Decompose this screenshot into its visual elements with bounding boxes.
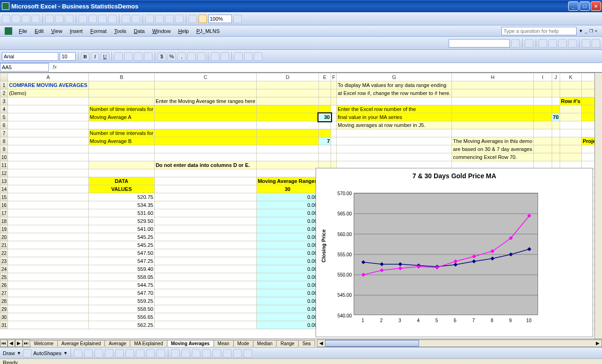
- menu-view[interactable]: View: [48, 27, 65, 35]
- merge-center-icon[interactable]: [144, 52, 152, 61]
- clipart-icon[interactable]: [146, 349, 155, 357]
- vertical-scrollbar[interactable]: [594, 73, 602, 339]
- doc-minimize-icon[interactable]: _: [585, 29, 587, 33]
- bold-icon[interactable]: B: [81, 52, 89, 61]
- align-center-icon[interactable]: [124, 52, 133, 61]
- border-inside-icon[interactable]: [548, 39, 557, 47]
- open-icon[interactable]: [12, 15, 20, 23]
- font-color-icon[interactable]: [254, 52, 262, 61]
- borders-icon[interactable]: [234, 52, 243, 61]
- picture-icon[interactable]: [157, 349, 165, 357]
- sheet-tab-sea[interactable]: Sea: [298, 340, 315, 347]
- decrease-indent-icon[interactable]: [211, 52, 219, 61]
- decrease-decimal-icon[interactable]: [197, 52, 206, 61]
- close-button[interactable]: ×: [591, 1, 601, 11]
- chart[interactable]: 7 & 30 Days Gold Price MA Closing Price …: [316, 168, 593, 337]
- font-color-draw-icon[interactable]: [192, 349, 200, 357]
- menu-file[interactable]: File: [16, 27, 30, 35]
- menu-pjmlns[interactable]: PJ_MLNS: [193, 27, 222, 35]
- underline-icon[interactable]: U: [101, 52, 109, 61]
- worksheet-grid[interactable]: ABCDEFGHIJKLMNOPQRS1COMPARE MOVING AVERA…: [0, 72, 602, 339]
- sheet-tab-welcome[interactable]: Welcome: [30, 340, 58, 347]
- copy-icon[interactable]: [88, 15, 97, 23]
- maximize-button[interactable]: □: [579, 1, 590, 11]
- fill-color-icon[interactable]: [244, 52, 253, 61]
- menu-edit[interactable]: Edit: [32, 27, 47, 35]
- spelling-icon[interactable]: [55, 15, 63, 23]
- help-search-input[interactable]: [501, 27, 577, 35]
- horizontal-scrollbar[interactable]: ◀ ▶: [317, 340, 602, 347]
- mail-icon[interactable]: [525, 39, 533, 47]
- border-outside-icon[interactable]: [539, 39, 547, 47]
- sheet-tab-median[interactable]: Median: [253, 340, 277, 347]
- dash-style-icon[interactable]: [213, 349, 221, 357]
- save-icon[interactable]: [22, 15, 30, 23]
- zoom-input[interactable]: [208, 15, 232, 23]
- draw-menu[interactable]: Draw: [3, 350, 15, 356]
- paste-icon[interactable]: [98, 15, 107, 23]
- menu-data[interactable]: Data: [131, 27, 147, 35]
- drawing-toggle-icon[interactable]: [198, 15, 207, 23]
- arrow-icon[interactable]: [84, 349, 93, 357]
- sheet-tab-average[interactable]: Average: [104, 340, 130, 347]
- line-color-icon[interactable]: [182, 349, 190, 357]
- tab-next-icon[interactable]: ▶: [15, 340, 23, 347]
- print-icon[interactable]: [32, 15, 40, 23]
- sheet-tab-range[interactable]: Range: [276, 340, 298, 347]
- sheet-tab-ma-explained[interactable]: MA Explained: [130, 340, 167, 347]
- increase-indent-icon[interactable]: [221, 52, 229, 61]
- font-name-input[interactable]: [2, 52, 58, 61]
- go-icon[interactable]: [511, 39, 520, 47]
- sort-asc-icon[interactable]: [165, 15, 174, 23]
- menu-tools[interactable]: Tools: [111, 27, 129, 35]
- menu-insert[interactable]: Insert: [67, 27, 86, 35]
- border-all-icon[interactable]: [558, 39, 567, 47]
- print-preview-icon[interactable]: [45, 15, 54, 23]
- sort-desc-icon[interactable]: [175, 15, 183, 23]
- help-icon[interactable]: [233, 15, 242, 23]
- arrow-style-icon[interactable]: [223, 349, 231, 357]
- name-box[interactable]: [0, 63, 49, 71]
- 3d-icon[interactable]: [244, 349, 252, 357]
- wordart-icon[interactable]: [126, 349, 134, 357]
- autosum-icon[interactable]: [155, 15, 164, 23]
- autoshapes-menu[interactable]: AutoShapes: [33, 350, 62, 356]
- comma-icon[interactable]: ,: [177, 52, 186, 61]
- quicklinks-input[interactable]: [449, 39, 510, 47]
- line-icon[interactable]: [74, 349, 82, 357]
- fill-icon[interactable]: [582, 39, 590, 47]
- doc-restore-icon[interactable]: ❐: [589, 28, 593, 33]
- tab-last-icon[interactable]: ⏭: [23, 340, 30, 347]
- minimize-button[interactable]: _: [568, 1, 578, 11]
- shadow-icon[interactable]: [233, 349, 242, 357]
- sheet-tab-moving-averages[interactable]: Moving Averages: [167, 340, 214, 347]
- menu-window[interactable]: Window: [150, 27, 174, 35]
- doc-close-icon[interactable]: ×: [595, 29, 597, 33]
- diagram-icon[interactable]: [136, 349, 144, 357]
- tab-prev-icon[interactable]: ◀: [8, 340, 15, 347]
- select-objects-icon[interactable]: [23, 349, 32, 357]
- menu-help[interactable]: Help: [175, 27, 192, 35]
- sheet-tab-mean[interactable]: Mean: [214, 340, 234, 347]
- sheet-tab-mode[interactable]: Mode: [233, 340, 253, 347]
- font-size-input[interactable]: [60, 52, 76, 61]
- align-right-icon[interactable]: [134, 52, 143, 61]
- rectangle-icon[interactable]: [95, 349, 103, 357]
- research-icon[interactable]: [65, 15, 73, 23]
- textbox-icon[interactable]: [115, 349, 124, 357]
- redo-icon[interactable]: [132, 15, 140, 23]
- hyperlink-icon[interactable]: [145, 15, 154, 23]
- chart-wizard-icon[interactable]: [189, 15, 197, 23]
- italic-icon[interactable]: I: [91, 52, 99, 61]
- fill-color-draw-icon[interactable]: [171, 349, 180, 357]
- tab-first-icon[interactable]: ⏮: [0, 340, 8, 347]
- border-none-icon[interactable]: [568, 39, 577, 47]
- fx-icon[interactable]: fx: [53, 63, 57, 72]
- sheet-tab-average-explained[interactable]: Average Explained: [57, 340, 105, 347]
- cut-icon[interactable]: [79, 15, 87, 23]
- undo-icon[interactable]: [122, 15, 130, 23]
- refresh-icon[interactable]: [592, 39, 600, 47]
- menu-format[interactable]: Format: [87, 27, 110, 35]
- increase-decimal-icon[interactable]: [187, 52, 196, 61]
- line-style-icon[interactable]: [202, 349, 211, 357]
